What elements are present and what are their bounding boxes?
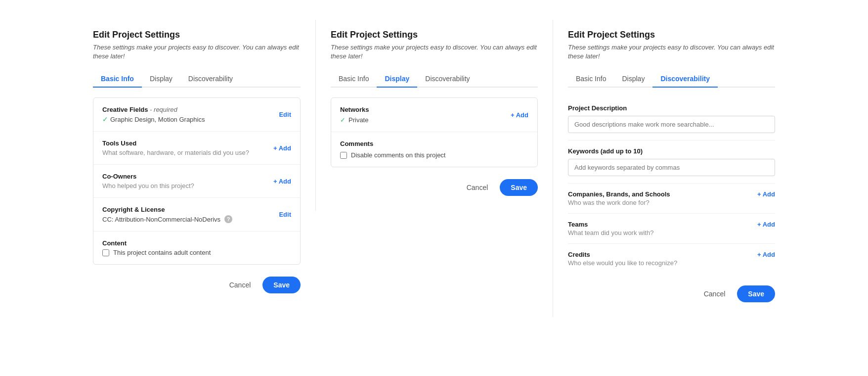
panel-discoverability: Edit Project Settings These settings mak… bbox=[553, 20, 790, 317]
teams-desc: What team did you work with? bbox=[568, 229, 653, 236]
panel3-footer: Cancel Save bbox=[568, 285, 775, 302]
network-check-icon: ✓ bbox=[340, 116, 346, 124]
tab-discoverability-2[interactable]: Discoverability bbox=[417, 71, 477, 88]
description-input[interactable] bbox=[568, 116, 775, 133]
basic-info-card: Creative Fields - required ✓ Graphic Des… bbox=[93, 97, 301, 265]
content-label: Content bbox=[102, 239, 291, 247]
credits-section: Credits Who else would you like to recog… bbox=[568, 244, 775, 274]
comments-checkbox-label: Disable comments on this project bbox=[351, 151, 445, 159]
co-owners-section: Co-Owners Who helped you on this project… bbox=[93, 165, 300, 198]
network-add-button[interactable]: + Add bbox=[511, 111, 528, 119]
content-section: Content This project contains adult cont… bbox=[93, 232, 300, 264]
tab-basic-info-1[interactable]: Basic Info bbox=[93, 71, 142, 88]
companies-add-button[interactable]: + Add bbox=[757, 190, 775, 198]
adult-content-label: This project contains adult content bbox=[113, 249, 211, 256]
panel2-cancel-button[interactable]: Cancel bbox=[461, 180, 494, 195]
panel3-save-button[interactable]: Save bbox=[737, 285, 775, 302]
credits-label: Credits bbox=[568, 251, 677, 258]
teams-section: Teams What team did you work with? + Add bbox=[568, 214, 775, 244]
display-card: Networks ✓ Private + Add Comments Disabl… bbox=[331, 97, 538, 167]
co-owners-desc: Who helped you on this project? bbox=[102, 182, 194, 189]
companies-desc: Who was the work done for? bbox=[568, 199, 670, 206]
tab-display-2[interactable]: Display bbox=[377, 71, 417, 88]
tools-used-add-button[interactable]: + Add bbox=[273, 144, 291, 152]
creative-fields-section: Creative Fields - required ✓ Graphic Des… bbox=[93, 98, 300, 132]
panel1-footer: Cancel Save bbox=[93, 277, 301, 293]
keywords-section: Keywords (add up to 10) bbox=[568, 141, 775, 184]
companies-label: Companies, Brands, and Schools bbox=[568, 190, 670, 198]
tab-basic-info-2[interactable]: Basic Info bbox=[331, 71, 377, 88]
networks-label: Networks bbox=[340, 106, 369, 113]
panel1-subtitle: These settings make your projects easy t… bbox=[93, 43, 301, 61]
tab-discoverability-3[interactable]: Discoverability bbox=[652, 71, 718, 88]
creative-fields-label: Creative Fields - required bbox=[102, 106, 205, 113]
comments-checkbox[interactable] bbox=[340, 152, 347, 159]
panel1-save-button[interactable]: Save bbox=[262, 277, 301, 293]
credits-add-button[interactable]: + Add bbox=[757, 251, 775, 258]
copyright-edit-button[interactable]: Edit bbox=[279, 211, 291, 218]
teams-label: Teams bbox=[568, 221, 653, 228]
discoverability-content: Project Description Keywords (add up to … bbox=[568, 97, 775, 274]
network-value: ✓ Private bbox=[340, 116, 369, 124]
keywords-input[interactable] bbox=[568, 159, 775, 176]
comments-section: Comments Disable comments on this projec… bbox=[331, 132, 537, 167]
copyright-section: Copyright & License CC: Attribution-NonC… bbox=[93, 198, 300, 232]
panel1-tabs: Basic Info Display Discoverability bbox=[93, 71, 301, 88]
panel3-cancel-button[interactable]: Cancel bbox=[698, 286, 732, 302]
panel-basic-info: Edit Project Settings These settings mak… bbox=[78, 20, 315, 308]
copyright-value: CC: Attribution-NonCommercial-NoDerivs ? bbox=[102, 215, 232, 223]
copyright-label: Copyright & License bbox=[102, 206, 232, 213]
panel2-tabs: Basic Info Display Discoverability bbox=[331, 71, 538, 88]
creative-fields-edit-button[interactable]: Edit bbox=[279, 111, 291, 118]
panel1-cancel-button[interactable]: Cancel bbox=[223, 277, 257, 293]
tools-used-section: Tools Used What software, hardware, or m… bbox=[93, 132, 300, 165]
help-icon[interactable]: ? bbox=[224, 215, 232, 223]
tab-display-1[interactable]: Display bbox=[142, 71, 180, 88]
companies-section: Companies, Brands, and Schools Who was t… bbox=[568, 184, 775, 214]
panel2-footer: Cancel Save bbox=[331, 179, 538, 196]
credits-desc: Who else would you like to recognize? bbox=[568, 259, 677, 267]
panel2-subtitle: These settings make your projects easy t… bbox=[331, 43, 538, 61]
panel2-save-button[interactable]: Save bbox=[500, 179, 538, 196]
description-label: Project Description bbox=[568, 104, 775, 112]
tab-display-3[interactable]: Display bbox=[614, 71, 652, 88]
panel3-title: Edit Project Settings bbox=[568, 30, 775, 40]
panel3-subtitle: These settings make your projects easy t… bbox=[568, 43, 775, 61]
project-description-section: Project Description bbox=[568, 97, 775, 141]
tab-basic-info-3[interactable]: Basic Info bbox=[568, 71, 614, 88]
co-owners-add-button[interactable]: + Add bbox=[273, 178, 291, 185]
keywords-label: Keywords (add up to 10) bbox=[568, 147, 775, 155]
comments-label: Comments bbox=[340, 140, 445, 147]
panel3-tabs: Basic Info Display Discoverability bbox=[568, 71, 775, 88]
panel-display: Edit Project Settings These settings mak… bbox=[315, 20, 553, 211]
tools-used-desc: What software, hardware, or materials di… bbox=[102, 149, 249, 156]
tools-used-label: Tools Used bbox=[102, 140, 249, 147]
tab-discoverability-1[interactable]: Discoverability bbox=[180, 71, 241, 88]
check-icon: ✓ bbox=[102, 115, 108, 123]
panel2-title: Edit Project Settings bbox=[331, 30, 538, 40]
co-owners-label: Co-Owners bbox=[102, 173, 194, 180]
required-badge: - required bbox=[150, 106, 177, 113]
creative-fields-value: ✓ Graphic Design, Motion Graphics bbox=[102, 115, 205, 123]
teams-add-button[interactable]: + Add bbox=[757, 221, 775, 228]
comments-checkbox-row: Disable comments on this project bbox=[340, 151, 445, 159]
networks-section: Networks ✓ Private + Add bbox=[331, 98, 537, 132]
panel1-title: Edit Project Settings bbox=[93, 30, 301, 40]
adult-content-checkbox[interactable] bbox=[102, 249, 109, 256]
adult-content-row: This project contains adult content bbox=[102, 249, 291, 256]
